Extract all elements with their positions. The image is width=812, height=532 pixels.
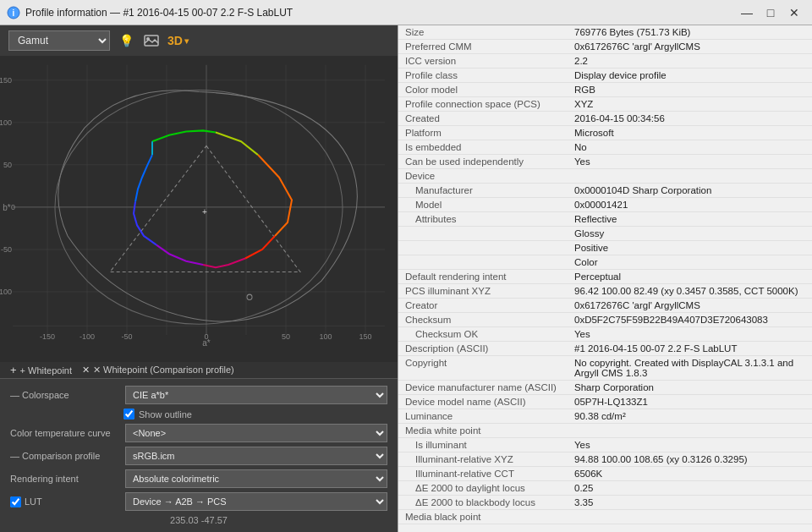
info-row: Color modelRGB bbox=[398, 83, 812, 97]
info-label: Default rendering intent bbox=[398, 270, 568, 284]
info-value: No bbox=[568, 140, 812, 155]
window-controls: — □ ✕ bbox=[736, 4, 805, 21]
info-value: Yes bbox=[568, 438, 812, 452]
color-temp-select[interactable]: <None> bbox=[125, 424, 387, 442]
svg-text:i: i bbox=[13, 8, 15, 18]
svg-text:-50: -50 bbox=[122, 332, 133, 341]
bulb-icon[interactable]: 💡 bbox=[117, 31, 135, 50]
info-value: 2.2 bbox=[568, 54, 812, 69]
info-row: PCS illuminant XYZ96.42 100.00 82.49 (xy… bbox=[398, 284, 812, 299]
info-label: Checksum OK bbox=[398, 327, 568, 342]
info-table: Size769776 Bytes (751.73 KiB)Preferred C… bbox=[398, 25, 812, 524]
info-value: 96.42 100.00 82.49 (xy 0.3457 0.3585, CC… bbox=[568, 284, 812, 299]
info-row: Is illuminantYes bbox=[398, 438, 812, 452]
info-label: Illuminant-relative CCT bbox=[398, 467, 568, 481]
info-row: ICC version2.2 bbox=[398, 54, 812, 69]
svg-text:-100: -100 bbox=[0, 288, 12, 296]
bottom-controls: — Colorspace CIE a*b* CIE u*v* CIE xy Sh… bbox=[0, 378, 398, 532]
info-value: 3.35 bbox=[568, 496, 812, 510]
info-row: Can be used independentlyYes bbox=[398, 155, 812, 169]
info-row: CopyrightNo copyright. Created with Disp… bbox=[398, 356, 812, 381]
svg-text:+: + bbox=[202, 207, 207, 217]
lut-select[interactable]: Device → A2B → PCS PCS → B2A → Device bbox=[125, 492, 387, 511]
info-value bbox=[568, 510, 812, 524]
left-panel: Gamut Tone curves Matrix 💡 3D ▾ bbox=[0, 25, 398, 532]
info-row: Luminance90.38 cd/m² bbox=[398, 409, 812, 424]
info-value: 05P7H-LQ133Z1 bbox=[568, 395, 812, 409]
info-label: Description (ASCII) bbox=[398, 342, 568, 356]
info-row: Illuminant-relative XYZ94.88 100.00 108.… bbox=[398, 452, 812, 467]
info-label: Illuminant-relative XYZ bbox=[398, 452, 568, 467]
info-value: 0x00001421 bbox=[568, 198, 812, 212]
info-label: Profile class bbox=[398, 69, 568, 83]
info-row: PlatformMicrosoft bbox=[398, 126, 812, 140]
info-row: Size769776 Bytes (751.73 KiB) bbox=[398, 25, 812, 40]
info-label: Attributes bbox=[398, 212, 568, 227]
image-icon[interactable] bbox=[142, 31, 161, 50]
info-row: Device bbox=[398, 169, 812, 184]
main-content: Gamut Tone curves Matrix 💡 3D ▾ bbox=[0, 25, 812, 532]
3d-button[interactable]: 3D ▾ bbox=[167, 34, 189, 47]
color-temp-row: Color temperature curve <None> bbox=[10, 424, 387, 442]
svg-text:-50: -50 bbox=[1, 245, 12, 254]
info-label: Preferred CMM bbox=[398, 40, 568, 54]
info-label: ICC version bbox=[398, 54, 568, 69]
info-value: No copyright. Created with DisplayCAL 3.… bbox=[568, 356, 812, 381]
color-temp-label: Color temperature curve bbox=[10, 428, 120, 438]
close-button[interactable]: ✕ bbox=[783, 4, 805, 21]
svg-text:150: 150 bbox=[359, 332, 371, 341]
info-row: Default rendering intentPerceptual bbox=[398, 270, 812, 284]
show-outline-checkbox[interactable] bbox=[123, 409, 134, 420]
info-value: Sharp Corporation bbox=[568, 381, 812, 395]
info-label: Device model name (ASCII) bbox=[398, 395, 568, 409]
info-value: 6506K bbox=[568, 467, 812, 481]
info-label: Creator bbox=[398, 299, 568, 313]
comparison-profile-label: — Comparison profile bbox=[10, 451, 120, 461]
info-value: 0xD5F2C75F59B22B49A407D3E720643083 bbox=[568, 313, 812, 327]
gamut-select[interactable]: Gamut Tone curves Matrix bbox=[8, 30, 110, 51]
maximize-button[interactable]: □ bbox=[760, 4, 782, 21]
info-label: Manufacturer bbox=[398, 184, 568, 198]
colorspace-select[interactable]: CIE a*b* CIE u*v* CIE xy bbox=[125, 386, 387, 404]
lut-checkbox[interactable] bbox=[10, 496, 21, 507]
svg-text:-100: -100 bbox=[80, 332, 95, 341]
rendering-select[interactable]: Absolute colorimetric Relative colorimet… bbox=[125, 469, 387, 488]
info-value: 0x0000104D Sharp Corporation bbox=[568, 184, 812, 198]
info-value: 0.25 bbox=[568, 481, 812, 496]
info-row: AttributesReflective bbox=[398, 212, 812, 227]
info-value: 0x6172676C 'argl' ArgyllCMS bbox=[568, 299, 812, 313]
info-row: Created2016-04-15 00:34:56 bbox=[398, 112, 812, 126]
info-value: Glossy bbox=[568, 227, 812, 241]
info-row: ΔE 2000 to blackbody locus3.35 bbox=[398, 496, 812, 510]
info-row: Profile classDisplay device profile bbox=[398, 69, 812, 83]
svg-text:0: 0 bbox=[11, 203, 15, 211]
info-label: Created bbox=[398, 112, 568, 126]
rendering-label: Rendering intent bbox=[10, 474, 120, 484]
svg-text:0: 0 bbox=[204, 332, 208, 341]
comparison-select[interactable]: sRGB.icm bbox=[125, 447, 387, 465]
info-label: Checksum bbox=[398, 313, 568, 327]
info-value bbox=[568, 424, 812, 438]
info-row: Device manufacturer name (ASCII)Sharp Co… bbox=[398, 381, 812, 395]
comparison-row: — Comparison profile sRGB.icm bbox=[10, 447, 387, 465]
colorspace-row: — Colorspace CIE a*b* CIE u*v* CIE xy bbox=[10, 386, 387, 404]
minimize-button[interactable]: — bbox=[736, 4, 758, 21]
gamut-chart: a* b* 150 100 50 0 -50 -100 -150 -100 -5… bbox=[0, 56, 398, 362]
svg-text:150: 150 bbox=[0, 76, 12, 85]
lut-label: LUT bbox=[25, 496, 42, 507]
info-value: Positive bbox=[568, 241, 812, 255]
info-value: Reflective bbox=[568, 212, 812, 227]
info-label: ΔE 2000 to blackbody locus bbox=[398, 496, 568, 510]
info-label: Device manufacturer name (ASCII) bbox=[398, 381, 568, 395]
info-label: ΔE 2000 to daylight locus bbox=[398, 481, 568, 496]
info-value: Microsoft bbox=[568, 126, 812, 140]
info-value: #1 2016-04-15 00-07 2.2 F-S LabLUT bbox=[568, 342, 812, 356]
lut-row: LUT Device → A2B → PCS PCS → B2A → Devic… bbox=[10, 492, 387, 511]
info-label: Device bbox=[398, 169, 568, 184]
info-row: Profile connection space (PCS)XYZ bbox=[398, 97, 812, 112]
chart-area: a* b* 150 100 50 0 -50 -100 -150 -100 -5… bbox=[0, 56, 398, 362]
titlebar: i Profile information — #1 2016-04-15 00… bbox=[0, 0, 812, 25]
info-value: XYZ bbox=[568, 97, 812, 112]
info-label: PCS illuminant XYZ bbox=[398, 284, 568, 299]
info-label: Media black point bbox=[398, 510, 568, 524]
